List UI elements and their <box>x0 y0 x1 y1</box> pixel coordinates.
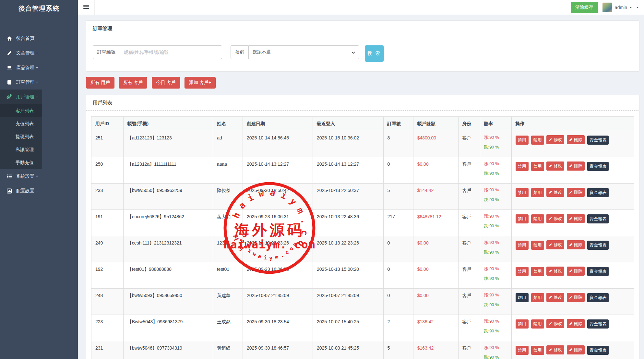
edit-button[interactable]: 修改 <box>546 188 564 197</box>
cell-actions: 禁用 禁用 修改 刪除 資金報表 <box>511 157 634 184</box>
toggle-status-button[interactable]: 禁用 <box>516 346 529 355</box>
app-title: 後台管理系統 <box>0 0 78 17</box>
cell-user-id: 192 <box>91 262 124 289</box>
sidebar-item-products[interactable]: 產品管理 + <box>0 60 42 75</box>
fund-report-button[interactable]: 資金報表 <box>587 319 609 329</box>
disable-button[interactable]: 禁用 <box>531 214 544 223</box>
all-customers-button[interactable]: 所有 客戶 <box>119 77 147 89</box>
edit-button[interactable]: 修改 <box>546 319 564 328</box>
cell-account: 【bwtw5093】0958659850 <box>123 289 213 315</box>
fund-report-button[interactable]: 資金報表 <box>587 162 609 171</box>
sidebar-item-home[interactable]: 後台首頁 <box>0 31 42 46</box>
sidebar-item-articles[interactable]: 文章管理 + <box>0 46 42 60</box>
submenu-item-withdraw-list[interactable]: 提現列表 <box>0 130 42 143</box>
select-chevron-icon <box>352 50 355 55</box>
main-area: 清除緩存 admin 訂單管理 訂單編號 盈虧 默認不選 <box>78 0 644 359</box>
delete-button-label: 刪除 <box>574 216 582 221</box>
toggle-status-button[interactable]: 禁用 <box>516 214 529 223</box>
table-row: 192 【test01】988888888 test01 2025-09-23 … <box>91 262 634 289</box>
delete-button[interactable]: 刪除 <box>567 188 585 197</box>
all-users-button[interactable]: 所有 用戶 <box>86 77 114 89</box>
search-button[interactable]: 搜 索 <box>365 45 384 62</box>
fund-report-button[interactable]: 資金報表 <box>587 346 609 355</box>
cell-name: 陳俊傑 <box>213 184 243 210</box>
edit-button[interactable]: 修改 <box>546 214 564 223</box>
table-row: 250 【a12312a】1111111111 aaaa 2025-10-14 … <box>91 157 634 184</box>
delete-button[interactable]: 刪除 <box>567 319 585 328</box>
submenu-item-message-mgmt[interactable]: 私訊管理 <box>0 143 42 156</box>
search-input[interactable] <box>120 45 222 59</box>
odds-fall: 跌:90 % <box>484 171 507 175</box>
cell-order-count: 0 <box>383 236 413 262</box>
edit-button[interactable]: 修改 <box>546 345 564 354</box>
delete-button[interactable]: 刪除 <box>567 162 585 171</box>
odds-fall: 跌:90 % <box>484 250 507 254</box>
sidebar-item-orders[interactable]: 訂單管理 + <box>0 75 42 90</box>
fund-report-button[interactable]: 資金報表 <box>587 293 609 302</box>
toggle-status-button[interactable]: 禁用 <box>516 241 529 250</box>
submenu-item-customer-list[interactable]: 客戶列表 <box>0 104 42 117</box>
delete-button[interactable]: 刪除 <box>567 214 585 223</box>
delete-button-label: 刪除 <box>574 137 582 143</box>
chevron-down-icon[interactable] <box>629 7 632 8</box>
disable-button[interactable]: 禁用 <box>531 136 544 145</box>
cell-order-count: 8 <box>383 131 413 157</box>
fund-report-button[interactable]: 資金報表 <box>587 136 609 145</box>
disable-button[interactable]: 禁用 <box>531 346 544 355</box>
cell-account: 【Bwtw5043】0936981379 <box>123 315 213 341</box>
sidebar-item-config-settings[interactable]: 配置設置 + <box>0 184 42 198</box>
disable-button[interactable]: 禁用 <box>531 188 544 197</box>
edit-button[interactable]: 修改 <box>546 267 564 276</box>
add-customer-button[interactable]: 添加 客戶+ <box>185 77 216 89</box>
odds-rise: 漲:90 % <box>484 188 507 192</box>
clear-cache-button[interactable]: 清除緩存 <box>571 2 598 13</box>
odds-fall: 跌:90 % <box>484 276 507 281</box>
disable-button[interactable]: 禁用 <box>531 241 544 250</box>
chevron-down-icon[interactable] <box>636 7 639 8</box>
submenu-item-manual-recharge[interactable]: 手動充值 <box>0 156 42 169</box>
cell-balance: $144.42 <box>413 184 458 210</box>
odds-rise: 漲:90 % <box>484 162 507 166</box>
sidebar-item-label: 訂單管理 + <box>16 79 38 85</box>
disable-button[interactable]: 禁用 <box>531 162 544 171</box>
cell-account: 【a12312a】1111111111 <box>123 157 213 184</box>
toggle-status-button[interactable]: 禁用 <box>516 162 529 171</box>
table-row: 231 【bwtw5046】0977394319 黃鎮緯 2025-09-30 … <box>91 341 634 359</box>
sidebar-item-system-settings[interactable]: 系統設置 + <box>0 169 42 184</box>
profit-select[interactable]: 默認不選 <box>248 45 359 59</box>
fund-report-button[interactable]: 資金報表 <box>587 188 609 197</box>
toggle-status-button[interactable]: 禁用 <box>516 188 529 197</box>
edit-button[interactable]: 修改 <box>546 162 564 171</box>
delete-button[interactable]: 刪除 <box>567 240 585 249</box>
edit-button[interactable]: 修改 <box>546 240 564 249</box>
edit-button[interactable]: 修改 <box>546 293 564 302</box>
edit-button-label: 修改 <box>554 163 562 169</box>
odds-rise: 漲:90 % <box>484 345 507 350</box>
delete-button[interactable]: 刪除 <box>567 135 585 144</box>
fund-report-button[interactable]: 資金報表 <box>587 214 609 223</box>
table-row: 191 【encorej56826】95124862 葉大問 2025-09-2… <box>91 210 634 236</box>
submenu-item-recharge-list[interactable]: 充值列表 <box>0 117 42 130</box>
sidebar-item-users[interactable]: 用戶管理 − <box>0 90 42 104</box>
pencil-icon <box>549 216 552 221</box>
edit-button[interactable]: 修改 <box>546 135 564 144</box>
cell-odds: 漲:90 % 跌:90 % <box>480 184 511 210</box>
toggle-status-button[interactable]: 禁用 <box>516 319 529 329</box>
sidebar-toggle-button[interactable] <box>78 0 95 15</box>
cell-last-login: 2025-10-03 21:45:25 <box>313 341 383 359</box>
toggle-status-button[interactable]: 禁用 <box>516 136 529 145</box>
disable-button[interactable]: 禁用 <box>531 319 544 329</box>
delete-button[interactable]: 刪除 <box>567 267 585 276</box>
cell-name: ad <box>213 131 243 157</box>
delete-button[interactable]: 刪除 <box>567 293 585 302</box>
today-customers-button[interactable]: 今日 客戶 <box>152 77 180 89</box>
disable-button[interactable]: 禁用 <box>531 293 544 302</box>
toggle-status-button[interactable]: 啟用 <box>516 293 529 302</box>
fund-report-button[interactable]: 資金報表 <box>587 267 609 276</box>
toggle-status-button[interactable]: 禁用 <box>516 267 529 276</box>
disable-button[interactable]: 禁用 <box>531 267 544 276</box>
delete-button[interactable]: 刪除 <box>567 345 585 354</box>
fund-report-button[interactable]: 資金報表 <box>587 241 609 250</box>
username[interactable]: admin <box>615 5 627 10</box>
avatar[interactable] <box>602 3 612 12</box>
